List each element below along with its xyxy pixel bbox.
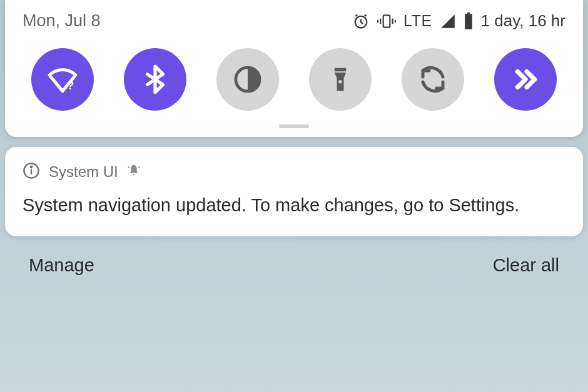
notification-body: System navigation updated. To make chang…: [23, 193, 565, 218]
svg-rect-7: [465, 14, 472, 29]
flashlight-icon: [327, 66, 354, 93]
svg-rect-3: [377, 19, 378, 22]
wifi-tile[interactable]: ?: [31, 48, 94, 111]
flashlight-tile[interactable]: [309, 48, 372, 111]
battery-text: 1 day, 16 hr: [481, 11, 565, 31]
notification-footer: Manage Clear all: [0, 236, 588, 276]
svg-point-14: [31, 166, 32, 168]
status-bar: Mon, Jul 8 LTE: [5, 11, 583, 31]
info-icon: [23, 162, 40, 182]
notification-header: System UI: [23, 162, 565, 182]
auto-rotate-tile[interactable]: [402, 48, 464, 111]
clear-all-button[interactable]: Clear all: [493, 255, 559, 276]
expand-handle[interactable]: [279, 124, 309, 128]
svg-point-11: [338, 80, 342, 84]
svg-rect-6: [467, 13, 470, 14]
svg-rect-10: [335, 68, 346, 72]
alarm-icon: [352, 13, 370, 30]
rotate-icon: [418, 64, 448, 94]
notification-card[interactable]: System UI System navigation updated. To …: [5, 147, 583, 236]
signal-icon: [440, 13, 456, 29]
status-icons: LTE 1 day, 16 hr: [352, 11, 565, 31]
network-type: LTE: [403, 12, 432, 30]
battery-icon: [464, 13, 474, 30]
dark-theme-tile[interactable]: [216, 48, 279, 111]
quick-settings-tiles: ?: [5, 48, 583, 111]
svg-rect-1: [383, 15, 390, 27]
svg-rect-5: [395, 19, 396, 22]
vibrate-icon: [377, 13, 396, 30]
half-circle-icon: [233, 65, 262, 94]
bell-alert-icon: [127, 164, 141, 180]
bluetooth-tile[interactable]: [124, 48, 186, 111]
wifi-question-icon: ?: [45, 62, 80, 97]
notification-app-name: System UI: [49, 163, 118, 181]
chevron-double-right-icon: [510, 64, 541, 95]
status-date: Mon, Jul 8: [23, 11, 101, 31]
bluetooth-icon: [139, 64, 171, 95]
manage-button[interactable]: Manage: [29, 255, 94, 276]
svg-text:?: ?: [67, 79, 74, 92]
svg-rect-4: [392, 18, 393, 24]
quick-settings-panel: Mon, Jul 8 LTE: [5, 0, 583, 137]
next-page-tile[interactable]: [494, 48, 557, 111]
svg-rect-2: [380, 18, 381, 24]
